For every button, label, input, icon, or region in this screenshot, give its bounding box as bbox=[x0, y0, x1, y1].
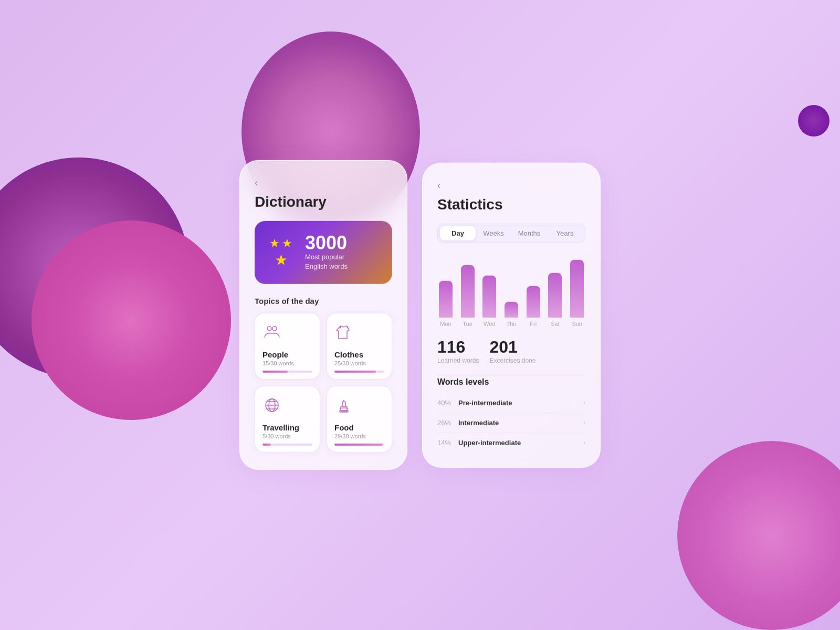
star-bottom-icon: ★ bbox=[275, 251, 288, 269]
stat-label-exercises: Excercises done bbox=[489, 357, 536, 364]
tab-years[interactable]: Years bbox=[547, 226, 583, 240]
tab-weeks[interactable]: Weeks bbox=[476, 226, 511, 240]
stat-number-exercises: 201 bbox=[489, 338, 536, 357]
stat-learned-words: 116 Learned words bbox=[437, 338, 479, 364]
dictionary-title: Dictionary bbox=[255, 194, 392, 211]
bar-label-sun: Sun bbox=[572, 321, 582, 327]
stat-label-learned: Learned words bbox=[437, 357, 479, 364]
stars-decoration: ★ ★ ★ bbox=[265, 237, 297, 269]
chevron-right-icon-upper: › bbox=[583, 439, 585, 446]
blob-bottom-right bbox=[677, 441, 840, 630]
level-item-intermediate[interactable]: 26% Intermediate › bbox=[437, 413, 585, 433]
bar-fill-sun bbox=[570, 260, 584, 318]
statistics-screen: ‹ Statictics Day Weeks Months Years Mon … bbox=[422, 163, 601, 468]
stat-number-learned: 116 bbox=[437, 338, 479, 357]
bar-fri: Fri bbox=[525, 286, 542, 327]
stats-numbers: 116 Learned words 201 Excercises done bbox=[437, 338, 585, 364]
progress-fill-people bbox=[262, 371, 288, 373]
topic-progress-clothes: 25/30 words bbox=[334, 360, 384, 366]
statistics-title: Statictics bbox=[437, 196, 585, 213]
progress-fill-travelling bbox=[262, 444, 271, 446]
travelling-icon bbox=[262, 396, 312, 419]
level-percent-upper: 14% bbox=[437, 439, 454, 447]
svg-point-0 bbox=[267, 327, 271, 331]
levels-title: Words levels bbox=[437, 377, 585, 387]
tab-bar: Day Weeks Months Years bbox=[437, 224, 585, 243]
topic-card-food[interactable]: Food 29/30 words bbox=[327, 386, 392, 453]
level-percent-pre: 40% bbox=[437, 399, 454, 407]
level-name-upper: Upper-intermediate bbox=[458, 439, 579, 447]
bar-label-tue: Tue bbox=[463, 321, 472, 327]
progress-bg-travelling bbox=[262, 444, 312, 446]
clothes-icon bbox=[334, 323, 384, 346]
bar-fill-sat bbox=[548, 273, 562, 318]
tab-months[interactable]: Months bbox=[511, 226, 547, 240]
star-top-right-icon: ★ bbox=[282, 237, 292, 250]
screens-container: ‹ Dictionary ★ ★ ★ 3000 Most popular Eng… bbox=[239, 160, 601, 470]
bar-label-mon: Mon bbox=[440, 321, 451, 327]
back-button-dictionary[interactable]: ‹ bbox=[255, 177, 392, 188]
progress-fill-food bbox=[334, 444, 383, 446]
featured-subtitle: Most popular English words bbox=[305, 253, 348, 271]
topic-card-people[interactable]: People 15/30 words bbox=[255, 313, 320, 380]
bar-label-wed: Wed bbox=[484, 321, 495, 327]
featured-banner[interactable]: ★ ★ ★ 3000 Most popular English words bbox=[255, 221, 392, 284]
bar-sun: Sun bbox=[569, 260, 585, 327]
bar-chart: Mon Tue Wed Thu Fri Sat bbox=[437, 256, 585, 329]
blob-left-pink bbox=[32, 220, 231, 420]
bar-mon: Mon bbox=[437, 281, 454, 327]
bar-wed: Wed bbox=[481, 276, 498, 327]
progress-bg-people bbox=[262, 371, 312, 373]
topics-header: Topics of the day bbox=[255, 297, 392, 306]
topic-name-travelling: Travelling bbox=[262, 423, 312, 432]
tab-day[interactable]: Day bbox=[440, 226, 476, 240]
topic-progress-people: 15/30 words bbox=[262, 360, 312, 366]
bar-tue: Tue bbox=[459, 265, 476, 327]
chevron-right-icon-pre: › bbox=[583, 399, 585, 406]
level-name-pre: Pre-intermediate bbox=[458, 399, 579, 407]
progress-bg-food bbox=[334, 444, 384, 446]
chevron-right-icon-int: › bbox=[583, 419, 585, 426]
stat-exercises-done: 201 Excercises done bbox=[489, 338, 536, 364]
bar-label-fri: Fri bbox=[530, 321, 537, 327]
bar-sat: Sat bbox=[547, 273, 564, 327]
topic-card-travelling[interactable]: Travelling 5/30 words bbox=[255, 386, 320, 453]
topic-name-people: People bbox=[262, 350, 312, 359]
level-item-upper-intermediate[interactable]: 14% Upper-intermediate › bbox=[437, 433, 585, 453]
divider bbox=[437, 375, 585, 375]
level-name-int: Intermediate bbox=[458, 419, 579, 427]
bar-fill-wed bbox=[482, 276, 496, 318]
food-icon bbox=[334, 396, 384, 419]
topic-progress-travelling: 5/30 words bbox=[262, 433, 312, 439]
back-button-statistics[interactable]: ‹ bbox=[437, 180, 585, 191]
topic-name-food: Food bbox=[334, 423, 384, 432]
people-icon bbox=[262, 323, 312, 346]
featured-text: 3000 Most popular English words bbox=[305, 234, 348, 271]
topic-name-clothes: Clothes bbox=[334, 350, 384, 359]
progress-fill-clothes bbox=[334, 371, 376, 373]
star-top-left-icon: ★ bbox=[269, 237, 280, 250]
bar-thu: Thu bbox=[503, 302, 520, 327]
bar-fill-tue bbox=[461, 265, 475, 318]
featured-number: 3000 bbox=[305, 234, 348, 253]
topic-card-clothes[interactable]: Clothes 25/30 words bbox=[327, 313, 392, 380]
topics-grid: People 15/30 words Clothes 25/30 words bbox=[255, 313, 392, 453]
progress-bg-clothes bbox=[334, 371, 384, 373]
dictionary-screen: ‹ Dictionary ★ ★ ★ 3000 Most popular Eng… bbox=[239, 160, 407, 470]
blob-top-right bbox=[798, 105, 830, 136]
bar-label-thu: Thu bbox=[507, 321, 517, 327]
topic-progress-food: 29/30 words bbox=[334, 433, 384, 439]
bar-fill-mon bbox=[439, 281, 453, 318]
bar-fill-fri bbox=[527, 286, 540, 318]
svg-point-1 bbox=[272, 327, 277, 331]
bar-fill-thu bbox=[505, 302, 518, 318]
bar-label-sat: Sat bbox=[551, 321, 560, 327]
level-percent-int: 26% bbox=[437, 419, 454, 427]
level-item-pre-intermediate[interactable]: 40% Pre-intermediate › bbox=[437, 393, 585, 413]
blob-left-large bbox=[0, 158, 189, 378]
